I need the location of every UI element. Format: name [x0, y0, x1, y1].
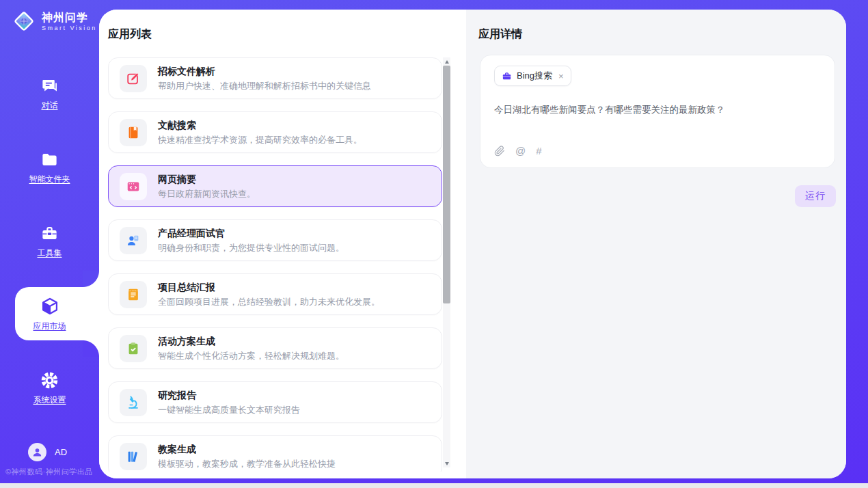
clipboard-check-icon [120, 335, 147, 362]
diamond-logo-icon [11, 8, 37, 34]
content-area: 应用列表 招标文件解析 帮助用户快速、准确地理解和解析招标书中的关键信息 [99, 10, 846, 478]
mention-icon[interactable]: @ [515, 145, 526, 157]
user-initials: AD [55, 447, 67, 457]
sidebar-footer-text: ©神州数码·神州问学出品 [5, 467, 93, 477]
app-card-desc: 模板驱动，教案秒成，教学准备从此轻松快捷 [158, 459, 336, 470]
book-icon [120, 119, 147, 146]
triangle-down-icon [445, 462, 449, 465]
app-card-event-plan[interactable]: 活动方案生成 智能生成个性化活动方案，轻松解决规划难题。 [108, 327, 442, 369]
interviewer-icon [120, 227, 147, 254]
app-card-title: 研究报告 [158, 390, 300, 401]
app-card-web-summary[interactable]: 网页摘要 每日政府新闻资讯快查。 [108, 165, 442, 207]
app-card-title: 文献搜索 [158, 120, 362, 131]
tool-chip-label: Bing搜索 [517, 70, 552, 82]
query-text[interactable]: 今日湖北有哪些新闻要点？有哪些需要关注的最新政策？ [494, 103, 821, 116]
composer-toolbar: @ # [494, 145, 542, 157]
app-list-title: 应用列表 [108, 27, 152, 42]
app-card-lesson-plan[interactable]: 教案生成 模板驱动，教案秒成，教学准备从此轻松快捷 [108, 435, 442, 472]
brand-subtitle: Smart Vision [42, 24, 97, 32]
sidebar-item-smart-folders[interactable]: 智能文件夹 [0, 150, 99, 193]
app-card-desc: 明确身份和职责，为您提供专业性的面试问题。 [158, 243, 344, 254]
app-card-desc: 每日政府新闻资讯快查。 [158, 189, 256, 200]
edit-square-icon [120, 65, 147, 92]
sidebar-item-system-settings[interactable]: 系统设置 [0, 371, 99, 414]
triangle-up-icon [445, 60, 449, 64]
scrollbar-thumb[interactable] [443, 66, 450, 303]
app-list-panel: 应用列表 招标文件解析 帮助用户快速、准确地理解和解析招标书中的关键信息 [99, 10, 466, 478]
user-icon [31, 446, 43, 458]
app-card-research-report[interactable]: 研究报告 一键智能生成高质量长文本研究报告 [108, 381, 442, 423]
app-card-bid-analysis[interactable]: 招标文件解析 帮助用户快速、准确地理解和解析招标书中的关键信息 [108, 57, 442, 99]
sidebar-item-label: 应用市场 [33, 321, 66, 332]
memo-icon [120, 281, 147, 308]
brand-logo: 神州问学 Smart Vision [11, 8, 97, 34]
list-scrollbar[interactable] [443, 57, 450, 467]
app-card-title: 产品经理面试官 [158, 228, 344, 239]
sidebar: 神州问学 Smart Vision 对话 智能文件夹 [0, 0, 99, 483]
chip-close-icon[interactable]: × [558, 72, 564, 81]
app-card-title: 项目总结汇报 [158, 282, 380, 293]
app-card-title: 活动方案生成 [158, 336, 344, 347]
sidebar-item-toolkit[interactable]: 工具集 [0, 224, 99, 267]
avatar[interactable] [28, 443, 46, 461]
chat-icon [40, 77, 59, 95]
attachment-icon[interactable] [494, 146, 505, 157]
app-card-title: 网页摘要 [158, 174, 256, 185]
run-button[interactable]: 运行 [795, 185, 836, 207]
app-detail-panel: 应用详情 Bing搜索 × 今日湖北有哪些新闻要点？有哪些需要关注的最新政策？ [466, 10, 846, 478]
user-row[interactable]: AD [28, 443, 67, 461]
app-card-project-summary[interactable]: 项目总结汇报 全面回顾项目进展，总结经验教训，助力未来优化发展。 [108, 273, 442, 315]
app-detail-title: 应用详情 [478, 27, 522, 42]
gear-icon [40, 371, 59, 390]
app-card-title: 教案生成 [158, 444, 336, 455]
scroll-down-button[interactable] [443, 459, 450, 467]
app-card-desc: 帮助用户快速、准确地理解和解析招标书中的关键信息 [158, 81, 371, 92]
sidebar-item-label: 智能文件夹 [29, 174, 70, 185]
sidebar-item-app-market[interactable]: 应用市场 [0, 297, 99, 339]
microscope-icon [120, 389, 147, 416]
scroll-up-button[interactable] [443, 57, 450, 66]
app-card-pm-interviewer[interactable]: 产品经理面试官 明确身份和职责，为您提供专业性的面试问题。 [108, 219, 442, 261]
folder-icon [40, 150, 59, 169]
hashtag-icon[interactable]: # [536, 145, 541, 157]
cube-icon [40, 297, 59, 316]
app-card-desc: 全面回顾项目进展，总结经验教训，助力未来优化发展。 [158, 297, 380, 308]
briefcase-icon [502, 71, 512, 81]
sidebar-item-label: 工具集 [38, 247, 62, 259]
sidebar-item-label: 对话 [42, 100, 58, 111]
composer-card[interactable]: Bing搜索 × 今日湖北有哪些新闻要点？有哪些需要关注的最新政策？ @ # [480, 55, 835, 168]
app-card-desc: 快速精准查找学术资源，提高研究效率的必备工具。 [158, 135, 362, 146]
browser-code-icon [120, 173, 147, 200]
app-list: 招标文件解析 帮助用户快速、准确地理解和解析招标书中的关键信息 文献搜索 [108, 57, 442, 472]
tool-chip-bing-search[interactable]: Bing搜索 × [494, 66, 571, 86]
app-frame: 神州问学 Smart Vision 对话 智能文件夹 [0, 0, 868, 483]
app-card-literature-search[interactable]: 文献搜索 快速精准查找学术资源，提高研究效率的必备工具。 [108, 111, 442, 153]
sidebar-item-chat[interactable]: 对话 [0, 77, 99, 119]
app-card-desc: 智能生成个性化活动方案，轻松解决规划难题。 [158, 351, 344, 362]
sidebar-item-label: 系统设置 [33, 394, 66, 406]
toolbox-icon [40, 224, 59, 243]
app-card-desc: 一键智能生成高质量长文本研究报告 [158, 405, 300, 416]
app-card-title: 招标文件解析 [158, 66, 371, 77]
brand-name: 神州问学 [42, 11, 97, 24]
books-icon [120, 443, 147, 470]
